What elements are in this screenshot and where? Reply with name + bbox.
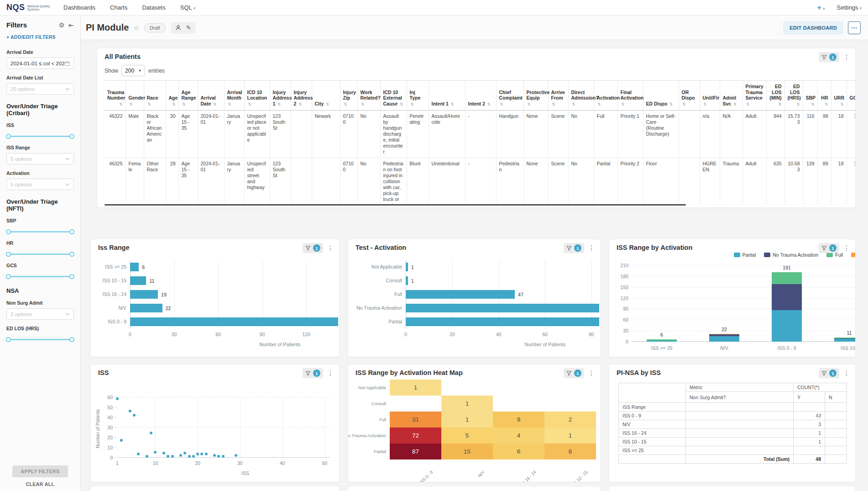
- slider-handle-min[interactable]: [6, 134, 11, 139]
- kebab-menu-icon[interactable]: ⋮: [842, 53, 851, 61]
- kebab-menu-icon[interactable]: ⋮: [587, 370, 596, 377]
- slider-handle-min[interactable]: [6, 337, 11, 342]
- column-header[interactable]: ICD 10 Location ⇅: [244, 81, 270, 111]
- kebab-menu-icon[interactable]: ⋮: [326, 244, 335, 252]
- date-range-input[interactable]: 2024-01-01 ≤ col < 202...: [6, 58, 74, 69]
- column-header[interactable]: Inj Type ⇅: [407, 81, 429, 111]
- favorite-star-icon[interactable]: ☆: [133, 24, 139, 32]
- column-header[interactable]: Age ⇅: [166, 81, 178, 111]
- slider-handle-min[interactable]: [6, 274, 11, 279]
- filter-select[interactable]: 2 options: [6, 308, 74, 320]
- column-header[interactable]: Protective Equip ⇅: [523, 81, 548, 111]
- clear-all-button[interactable]: CLEAR ALL: [26, 481, 55, 487]
- slider-handle-max[interactable]: [69, 252, 74, 257]
- more-options-button[interactable]: ···: [848, 21, 861, 34]
- collapse-sidebar-icon[interactable]: ⇤: [68, 21, 74, 29]
- column-header[interactable]: OR Dispo ⇅: [679, 81, 700, 111]
- new-item-button[interactable]: +▾: [817, 4, 825, 12]
- entries-select[interactable]: 200▼: [121, 65, 145, 76]
- column-header[interactable]: Chief Complaint ⇅: [496, 81, 523, 111]
- legend-item[interactable]: Partial: [734, 252, 756, 258]
- column-header[interactable]: Final Activation ⇅: [617, 81, 643, 111]
- legend-item[interactable]: No Trauma Activation: [764, 252, 818, 258]
- column-header[interactable]: SBP ⇅: [803, 81, 817, 111]
- column-header[interactable]: Primary Trauma Service ⇅: [743, 81, 766, 111]
- gear-icon[interactable]: ⚙: [59, 21, 65, 29]
- column-header[interactable]: Arrival Date ⇅: [198, 81, 224, 111]
- applied-filters-indicator[interactable]: 1: [303, 243, 323, 253]
- pivot-cell: [686, 412, 794, 420]
- column-header[interactable]: Injury Zip ⇅: [340, 81, 357, 111]
- slider-handle-max[interactable]: [69, 134, 74, 139]
- pivot-cell: [686, 403, 794, 412]
- column-header[interactable]: URR ⇅: [831, 81, 847, 111]
- column-header[interactable]: Injury Address 1 ⇅: [270, 81, 291, 111]
- y-tick-label: 30: [104, 425, 113, 430]
- filter-select[interactable]: 20 options: [6, 83, 74, 95]
- y-tick-label: 60: [104, 395, 113, 400]
- apply-filters-button[interactable]: APPLY FILTERS: [12, 465, 68, 477]
- column-header[interactable]: Admit Svc ⇅: [720, 81, 743, 111]
- main-nav: Dashboards Charts Datasets SQL▾: [63, 4, 195, 11]
- column-header[interactable]: Arrive From ⇅: [548, 81, 568, 111]
- column-header[interactable]: ED LOS (HRS) ⇅: [784, 81, 803, 111]
- column-header[interactable]: Activation ⇅: [594, 81, 617, 111]
- slider-track: [7, 276, 73, 277]
- table-cell: Handgun: [496, 111, 523, 158]
- filter-select[interactable]: 5 options: [6, 179, 74, 190]
- column-header[interactable]: Race ⇅: [144, 81, 166, 111]
- settings-menu[interactable]: Settings▾: [837, 4, 862, 11]
- slider-handle-max[interactable]: [69, 337, 74, 342]
- filter-funnel-icon: [821, 370, 827, 376]
- legend-item[interactable]: [851, 253, 856, 257]
- kebab-menu-icon[interactable]: ⋮: [842, 370, 851, 377]
- iss-scatter-chart: 110203040500102030405060ISSNumber of Pat…: [91, 364, 339, 482]
- person-icon[interactable]: [175, 25, 181, 31]
- nav-charts[interactable]: Charts: [110, 4, 127, 11]
- nav-dashboards[interactable]: Dashboards: [63, 4, 95, 11]
- nqs-logo[interactable]: NQS National QualitySystems: [6, 3, 50, 12]
- edit-dashboard-button[interactable]: EDIT DASHBOARD: [783, 21, 843, 35]
- column-header[interactable]: ICD 10 External Cause ⇅: [380, 81, 407, 111]
- column-header[interactable]: Intent 2 ⇅: [465, 81, 496, 111]
- x-tick-label: 60: [211, 332, 225, 337]
- kebab-menu-icon[interactable]: ⋮: [326, 370, 335, 377]
- column-header[interactable]: Trauma Number ⇅: [105, 81, 125, 111]
- applied-filters-indicator[interactable]: 1: [819, 52, 839, 62]
- column-header[interactable]: Intent 1 ⇅: [429, 81, 465, 111]
- table-cell: 15.733: [784, 111, 803, 158]
- applied-filters-indicator[interactable]: 1: [819, 368, 839, 378]
- slider-handle-min[interactable]: [6, 229, 11, 234]
- column-header[interactable]: Arrival Month ⇅: [224, 81, 244, 111]
- column-header[interactable]: HR ⇅: [817, 81, 831, 111]
- column-header[interactable]: Age Range ⇅: [178, 81, 198, 111]
- slider-handle-max[interactable]: [69, 229, 74, 234]
- heatmap-cell: [493, 396, 544, 412]
- kebab-menu-icon[interactable]: ⋮: [587, 244, 596, 252]
- slider-handle-min[interactable]: [6, 252, 11, 257]
- filter-label: HR: [6, 240, 74, 246]
- column-header[interactable]: Gender ⇅: [125, 81, 144, 111]
- filter-select[interactable]: 5 options: [6, 153, 74, 164]
- table-cell: None: [523, 158, 548, 204]
- applied-filters-indicator[interactable]: 1: [564, 243, 584, 253]
- kebab-menu-icon[interactable]: ⋮: [842, 244, 851, 252]
- nav-datasets[interactable]: Datasets: [142, 4, 165, 11]
- column-header[interactable]: Work Related? ⇅: [357, 81, 380, 111]
- column-header[interactable]: Direct Admission? ⇅: [568, 81, 594, 111]
- slider-handle-max[interactable]: [69, 274, 74, 279]
- applied-filters-indicator[interactable]: 1: [819, 243, 839, 253]
- chart-title: Iss Range: [98, 244, 130, 251]
- column-header[interactable]: City ⇅: [312, 81, 340, 111]
- column-header[interactable]: Injury Address 2 ⇅: [291, 81, 312, 111]
- column-header[interactable]: ED Dispo ⇅: [643, 81, 679, 111]
- add-edit-filters-button[interactable]: + ADD/EDIT FILTERS: [0, 32, 80, 42]
- pencil-icon[interactable]: ✎: [186, 24, 191, 31]
- horizontal-scrollbar[interactable]: [105, 204, 686, 206]
- applied-filters-indicator[interactable]: 1: [303, 368, 323, 378]
- column-header[interactable]: GCS ⇅: [847, 81, 855, 111]
- column-header[interactable]: ED LOS (MIN) ⇅: [766, 81, 784, 111]
- nav-sql[interactable]: SQL▾: [180, 4, 196, 11]
- column-header[interactable]: Unit/Flr ⇅: [700, 81, 720, 111]
- applied-filters-indicator[interactable]: 1: [564, 368, 584, 378]
